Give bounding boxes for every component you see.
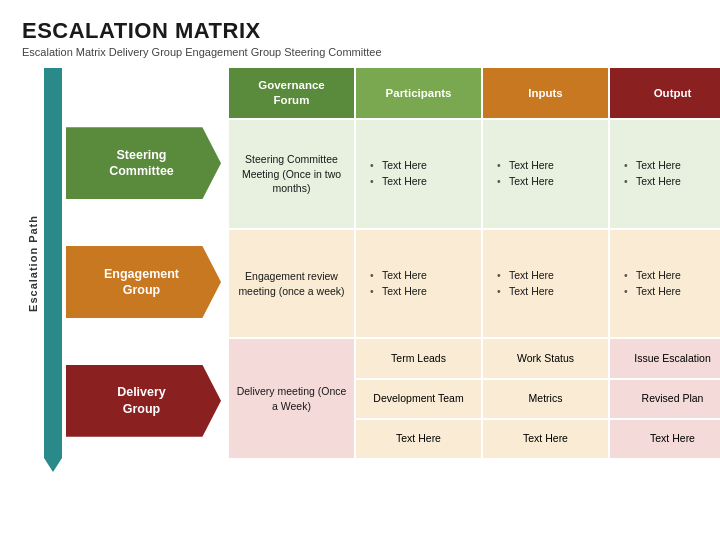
steering-participants-cell: Text Here Text Here	[356, 120, 481, 228]
delivery-inputs-3: Text Here	[483, 420, 608, 458]
engagement-output-item-1: Text Here	[624, 268, 720, 284]
engagement-inputs-list: Text Here Text Here	[489, 268, 602, 300]
steering-arrow-item: Steering Committee	[66, 119, 227, 207]
steering-row: Steering Committee Meeting (Once in two …	[229, 120, 720, 228]
delivery-chevron: Delivery Group	[66, 365, 221, 437]
teal-arrow-bar	[44, 68, 62, 458]
engagement-chevron: Engagement Group	[66, 246, 221, 318]
delivery-right: Term Leads Work Status Issue Escalation …	[356, 339, 720, 458]
engagement-arrow-item: Engagement Group	[66, 238, 227, 326]
table-header: GovernanceForum Participants Inputs Outp…	[229, 68, 720, 118]
th-output: Output	[610, 68, 720, 118]
delivery-participants-3: Text Here	[356, 420, 481, 458]
table-area: GovernanceForum Participants Inputs Outp…	[229, 68, 720, 458]
th-governance-forum: GovernanceForum	[229, 68, 354, 118]
engagement-participants-list: Text Here Text Here	[362, 268, 475, 300]
delivery-output-3: Text Here	[610, 420, 720, 458]
steering-inputs-item-1: Text Here	[497, 158, 602, 174]
arrow-labels: Steering Committee Engagement Group	[66, 68, 227, 458]
steering-gov-cell: Steering Committee Meeting (Once in two …	[229, 120, 354, 228]
steering-label: Steering Committee	[103, 147, 184, 180]
engagement-output-item-2: Text Here	[624, 284, 720, 300]
delivery-output-1: Issue Escalation	[610, 339, 720, 377]
engagement-participants-item-1: Text Here	[370, 268, 475, 284]
engagement-inputs-item-2: Text Here	[497, 284, 602, 300]
steering-output-item-2: Text Here	[624, 174, 720, 190]
matrix-area: Escalation Path Steering Committee	[22, 68, 698, 458]
engagement-gov-cell: Engagement review meeting (once a week)	[229, 230, 354, 338]
steering-inputs-list: Text Here Text Here	[489, 158, 602, 190]
engagement-output-cell: Text Here Text Here	[610, 230, 720, 338]
steering-participants-item-1: Text Here	[370, 158, 475, 174]
steering-output-list: Text Here Text Here	[616, 158, 720, 190]
delivery-output-2: Revised Plan	[610, 380, 720, 418]
delivery-inputs-2: Metrics	[483, 380, 608, 418]
delivery-gov-cell: Delivery meeting (Once a Week)	[229, 339, 354, 458]
page-title: ESCALATION MATRIX	[22, 18, 698, 44]
delivery-participants-1: Term Leads	[356, 339, 481, 377]
engagement-participants-item-2: Text Here	[370, 284, 475, 300]
left-side: Escalation Path Steering Committee	[22, 68, 227, 458]
delivery-participants-2: Development Team	[356, 380, 481, 418]
steering-chevron: Steering Committee	[66, 127, 221, 199]
engagement-participants-cell: Text Here Text Here	[356, 230, 481, 338]
page-subtitle: Escalation Matrix Delivery Group Engagem…	[22, 46, 698, 58]
table-body: Steering Committee Meeting (Once in two …	[229, 120, 720, 458]
delivery-label: Delivery Group	[111, 384, 176, 417]
th-participants: Participants	[356, 68, 481, 118]
engagement-inputs-item-1: Text Here	[497, 268, 602, 284]
steering-inputs-item-2: Text Here	[497, 174, 602, 190]
delivery-row: Delivery meeting (Once a Week) Term Lead…	[229, 339, 720, 458]
engagement-output-list: Text Here Text Here	[616, 268, 720, 300]
escalation-label-wrap: Escalation Path	[22, 68, 44, 458]
engagement-inputs-cell: Text Here Text Here	[483, 230, 608, 338]
th-inputs: Inputs	[483, 68, 608, 118]
steering-participants-list: Text Here Text Here	[362, 158, 475, 190]
steering-participants-item-2: Text Here	[370, 174, 475, 190]
delivery-subrow-3: Text Here Text Here Text Here	[356, 420, 720, 458]
page: ESCALATION MATRIX Escalation Matrix Deli…	[0, 0, 720, 540]
steering-output-cell: Text Here Text Here	[610, 120, 720, 228]
steering-output-item-1: Text Here	[624, 158, 720, 174]
delivery-subrow-1: Term Leads Work Status Issue Escalation	[356, 339, 720, 377]
steering-inputs-cell: Text Here Text Here	[483, 120, 608, 228]
delivery-subrow-2: Development Team Metrics Revised Plan	[356, 380, 720, 418]
engagement-row: Engagement review meeting (once a week) …	[229, 230, 720, 338]
delivery-inputs-1: Work Status	[483, 339, 608, 377]
engagement-label: Engagement Group	[98, 266, 189, 299]
escalation-path-label: Escalation Path	[27, 215, 39, 312]
delivery-arrow-item: Delivery Group	[66, 357, 227, 445]
